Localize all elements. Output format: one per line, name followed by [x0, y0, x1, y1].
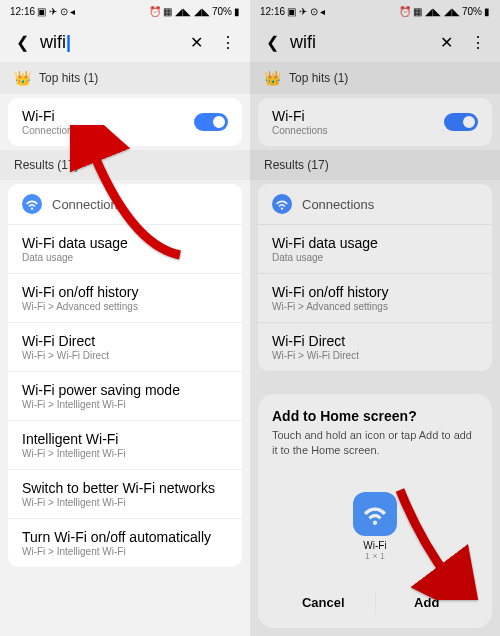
list-item[interactable]: Wi-Fi data usageData usage [258, 225, 492, 274]
wifi-row-sub: Connections [22, 125, 78, 136]
results-label: Results (17) [250, 150, 500, 180]
list-item[interactable]: Wi-Fi data usageData usage [8, 225, 242, 274]
list-item[interactable]: Turn Wi-Fi on/off automaticallyWi-Fi > I… [8, 519, 242, 567]
top-hits-label: 👑 Top hits (1) [0, 62, 250, 94]
status-bar: 12:16 ▣ ✈ ⊙ ◂ ⏰ ▦ ◢◣ ◢◣ 70% ▮ [250, 0, 500, 22]
more-icon[interactable]: ⋮ [464, 28, 492, 56]
clear-icon[interactable]: ✕ [182, 28, 210, 56]
more-icon[interactable]: ⋮ [214, 28, 242, 56]
status-icons-right: ⏰ ▦ ◢◣ ◢◣ [149, 6, 210, 17]
wifi-icon [272, 194, 292, 214]
crown-icon: 👑 [264, 70, 281, 86]
connections-card: Connections Wi-Fi data usageData usage W… [8, 184, 242, 567]
back-icon[interactable]: ❮ [8, 28, 36, 56]
crown-icon: 👑 [14, 70, 31, 86]
connections-header[interactable]: Connections [8, 184, 242, 225]
list-item[interactable]: Wi-Fi on/off historyWi-Fi > Advanced set… [8, 274, 242, 323]
list-item[interactable]: Wi-Fi on/off historyWi-Fi > Advanced set… [258, 274, 492, 323]
battery-icon: ▮ [234, 6, 240, 17]
phone-right: 12:16 ▣ ✈ ⊙ ◂ ⏰ ▦ ◢◣ ◢◣ 70% ▮ ❮ wifi ✕ ⋮… [250, 0, 500, 636]
status-time: 12:16 [10, 6, 35, 17]
status-icons-left: ▣ ✈ ⊙ ◂ [37, 6, 75, 17]
status-battery: 70% [212, 6, 232, 17]
wifi-icon [22, 194, 42, 214]
add-button[interactable]: Add [376, 591, 479, 614]
results-label: Results (17) [0, 150, 250, 180]
wifi-toggle[interactable] [444, 113, 478, 131]
list-item[interactable]: Wi-Fi DirectWi-Fi > Wi-Fi Direct [258, 323, 492, 371]
wifi-row-title: Wi-Fi [22, 108, 78, 124]
wifi-shortcut-icon [353, 492, 397, 536]
phone-left: 12:16 ▣ ✈ ⊙ ◂ ⏰ ▦ ◢◣ ◢◣ 70% ▮ ❮ wifi| ✕ … [0, 0, 250, 636]
search-input[interactable]: wifi| [40, 32, 178, 53]
wifi-toggle[interactable] [194, 113, 228, 131]
top-hits-label: 👑 Top hits (1) [250, 62, 500, 94]
cancel-button[interactable]: Cancel [272, 591, 376, 614]
dialog-text: Touch and hold an icon or tap Add to add… [272, 428, 478, 457]
wifi-card[interactable]: Wi-Fi Connections [258, 98, 492, 146]
search-bar: ❮ wifi ✕ ⋮ [250, 22, 500, 62]
list-item[interactable]: Switch to better Wi-Fi networksWi-Fi > I… [8, 470, 242, 519]
status-bar: 12:16 ▣ ✈ ⊙ ◂ ⏰ ▦ ◢◣ ◢◣ 70% ▮ [0, 0, 250, 22]
list-item[interactable]: Wi-Fi DirectWi-Fi > Wi-Fi Direct [8, 323, 242, 372]
dialog-title: Add to Home screen? [272, 408, 478, 424]
wifi-card[interactable]: Wi-Fi Connections [8, 98, 242, 146]
search-bar: ❮ wifi| ✕ ⋮ [0, 22, 250, 62]
add-home-dialog: Add to Home screen? Touch and hold an ic… [258, 394, 492, 628]
list-item[interactable]: Wi-Fi power saving modeWi-Fi > Intellige… [8, 372, 242, 421]
back-icon[interactable]: ❮ [258, 28, 286, 56]
connections-card: Connections Wi-Fi data usageData usage W… [258, 184, 492, 371]
search-input[interactable]: wifi [290, 32, 428, 53]
dialog-icon-preview[interactable]: Wi-Fi 1 × 1 [272, 467, 478, 576]
list-item[interactable]: Intelligent Wi-FiWi-Fi > Intelligent Wi-… [8, 421, 242, 470]
clear-icon[interactable]: ✕ [432, 28, 460, 56]
connections-header[interactable]: Connections [258, 184, 492, 225]
